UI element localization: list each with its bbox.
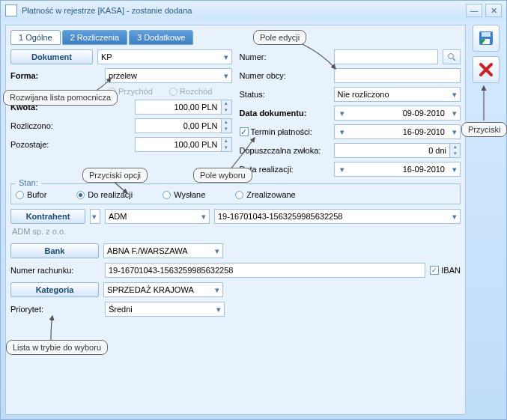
stan-title: Stan: [16,178,41,187]
kontrahent-full: ADM sp. z o.o. [10,224,461,239]
forma-label: Forma: [10,71,100,80]
realiz-label: Data realizacji: [240,165,330,174]
tab-rozliczenia[interactable]: 2 Rozliczenia [62,30,127,45]
window: Płatność w rejestrze [KASA] - zostanie d… [0,0,507,420]
przychod-radio: Przychód [108,87,153,96]
kontrahent-acct-select[interactable]: 19-16701043-1563259985632258 [214,209,461,224]
window-title: Płatność w rejestrze [KASA] - zostanie d… [22,6,463,15]
tab-dodatkowe[interactable]: 3 Dodatkowe [129,30,193,45]
priorytet-select[interactable]: Średni [105,302,225,317]
numer-search-button[interactable] [443,49,461,64]
radio-wyslane[interactable]: Wysłane [163,190,205,199]
kontrahent-name-select[interactable]: ADM [105,209,210,224]
pozostaje-input[interactable]: 100,00 PLN▴▾ [135,137,232,152]
kwota-label: Kwota: [10,103,100,112]
bank-button[interactable]: Bank [10,243,99,258]
svg-rect-3 [482,32,491,37]
search-icon [447,52,456,61]
kwota-input[interactable]: 100,00 PLN▴▾ [135,100,232,115]
kontrahent-button[interactable]: Kontrahent [10,209,85,224]
pozostaje-label: Pozostaje: [10,140,100,149]
rozliczono-input[interactable]: 0,00 PLN▴▾ [135,118,232,133]
x-icon [479,62,494,77]
numerobcy-label: Numer obcy: [240,71,330,80]
rozliczono-label: Rozliczono: [10,121,100,130]
floppy-icon [478,30,494,46]
termin-checkbox[interactable]: ✓ Termin płatności: [240,127,330,136]
datadok-input[interactable]: ▾09-09-2010 [334,106,461,121]
zwloka-label: Dopuszczalna zwłoka: [240,146,330,155]
save-button[interactable] [473,25,500,52]
status-select[interactable]: Nie rozliczono [334,87,461,102]
status-label: Status: [240,90,330,99]
close-button[interactable]: ✕ [485,4,502,17]
zwloka-input[interactable]: 0 dni▴▾ [334,143,461,158]
numer-input[interactable] [334,49,439,64]
callout-przyciski: Przyciski [461,122,507,137]
svg-line-1 [453,58,455,61]
callout-lista-wyboru: Lista w trybie do wyboru [6,340,108,355]
rachunek-input[interactable]: 19-16701043-1563259985632258 [105,263,425,278]
bank-select[interactable]: ABNA F./WARSZAWA [103,243,223,258]
forma-select[interactable]: przelew [105,68,232,83]
radio-do-realizacji[interactable]: Do realizacji [76,190,133,199]
radio-zrealizowane[interactable]: Zrealizowane [235,190,295,199]
priorytet-label: Priorytet: [10,305,100,314]
main-pane: 1 Ogólne 2 Rozliczenia 3 Dodatkowe Dokum… [5,25,466,415]
kontrahent-type-select[interactable] [90,209,100,224]
kategoria-button[interactable]: Kategoria [10,282,99,297]
titlebar: Płatność w rejestrze [KASA] - zostanie d… [1,1,506,20]
datadok-label: Data dokumentu: [240,109,330,118]
radio-bufor[interactable]: Bufor [16,190,46,199]
dokument-button[interactable]: Dokument [10,49,93,64]
rachunek-label: Numer rachunku: [10,266,100,275]
stan-group: Stan: Bufor Do realizacji Wysłane Zreali… [10,183,461,204]
termin-input[interactable]: ▾16-09-2010 [334,124,461,139]
rozchod-radio: Rozchód [169,87,212,96]
app-icon [5,4,17,16]
svg-point-0 [449,54,454,59]
sidebar: Przyciski [470,25,502,415]
kategoria-select[interactable]: SPRZEDAŻ KRAJOWA [103,282,223,297]
tab-ogolne[interactable]: 1 Ogólne [10,30,61,45]
cancel-button[interactable] [473,56,500,83]
iban-checkbox[interactable]: ✓IBAN [430,266,461,275]
numer-label: Numer: [240,52,330,61]
dokument-select[interactable]: KP [97,49,232,64]
realiz-input[interactable]: ▾16-09-2010 [334,162,461,177]
minimize-button[interactable]: — [466,4,482,17]
numerobcy-input[interactable] [334,68,461,83]
